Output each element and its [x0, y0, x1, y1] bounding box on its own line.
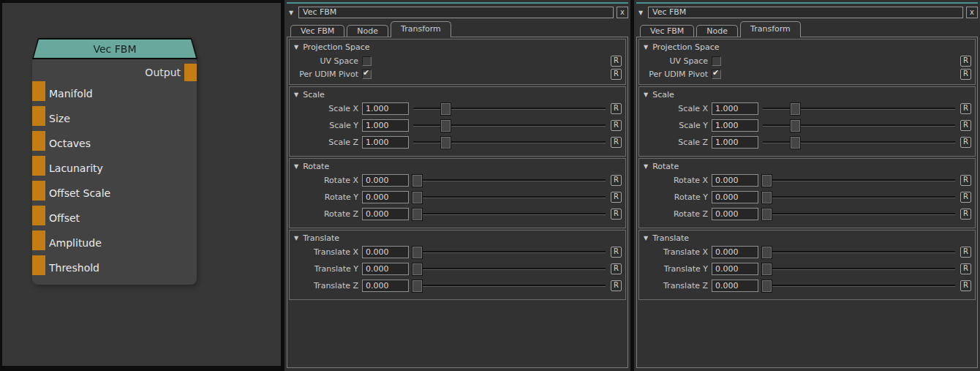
slider-thumb[interactable]	[762, 280, 772, 292]
per-udim-pivot-checkbox[interactable]: ✔	[712, 70, 721, 79]
reset-button[interactable]: R	[611, 192, 622, 203]
slider-thumb[interactable]	[791, 137, 800, 149]
reset-button[interactable]: R	[960, 69, 971, 80]
slider-thumb[interactable]	[441, 103, 451, 115]
reset-button[interactable]: R	[611, 56, 622, 67]
panel-title[interactable]: Vec FBM	[648, 7, 963, 18]
translate-z-slider[interactable]	[412, 280, 606, 292]
slider-thumb[interactable]	[412, 175, 422, 187]
scale-z-input[interactable]: 1.000	[362, 136, 409, 149]
input-port-offset-scale[interactable]	[32, 181, 45, 201]
translate-x-input[interactable]: 0.000	[362, 246, 409, 258]
section-header[interactable]: ▼ Rotate	[291, 161, 624, 171]
slider-thumb[interactable]	[762, 209, 772, 220]
slider-track[interactable]	[763, 196, 955, 198]
slider-thumb[interactable]	[762, 247, 772, 258]
input-port-manifold[interactable]	[32, 81, 45, 101]
rotate-x-input[interactable]: 0.000	[362, 174, 409, 187]
input-port-threshold[interactable]	[32, 255, 45, 275]
close-button[interactable]: x	[617, 7, 628, 18]
section-collapse-icon[interactable]: ▼	[644, 44, 648, 50]
translate-x-input[interactable]: 0.000	[712, 246, 758, 258]
section-collapse-icon[interactable]: ▼	[644, 235, 648, 241]
section-collapse-icon[interactable]: ▼	[644, 163, 648, 170]
slider-track[interactable]	[763, 285, 955, 287]
slider-track[interactable]	[413, 213, 606, 215]
slider-thumb[interactable]	[441, 137, 451, 149]
rotate-x-slider[interactable]	[762, 174, 956, 187]
scale-x-input[interactable]: 1.000	[362, 102, 409, 115]
node-graph-canvas[interactable]: Vec FBM Output Manifold Size Octaves Lac…	[0, 0, 282, 371]
reset-button[interactable]: R	[960, 137, 971, 148]
slider-track[interactable]	[413, 285, 606, 287]
slider-thumb[interactable]	[441, 120, 451, 132]
rotate-y-input[interactable]: 0.000	[712, 191, 758, 203]
input-port-size[interactable]	[32, 106, 45, 126]
reset-button[interactable]: R	[611, 247, 622, 258]
rotate-y-slider[interactable]	[412, 191, 606, 203]
tab-node[interactable]: Node	[347, 25, 388, 37]
slider-track[interactable]	[763, 213, 955, 215]
slider-thumb[interactable]	[791, 103, 800, 115]
reset-button[interactable]: R	[960, 263, 971, 274]
slider-thumb[interactable]	[762, 192, 772, 203]
section-header[interactable]: ▼ Projection Space	[641, 42, 973, 52]
section-collapse-icon[interactable]: ▼	[294, 44, 298, 50]
slider-track[interactable]	[763, 268, 955, 270]
uv-space-checkbox[interactable]: ✔	[362, 56, 372, 66]
reset-button[interactable]: R	[611, 263, 622, 274]
reset-button[interactable]: R	[611, 137, 622, 148]
scale-z-input[interactable]: 1.000	[712, 136, 758, 149]
slider-thumb[interactable]	[412, 209, 422, 220]
translate-z-input[interactable]: 0.000	[362, 280, 409, 292]
tab-transform[interactable]: Transform	[740, 21, 801, 37]
section-collapse-icon[interactable]: ▼	[294, 91, 298, 98]
scale-x-input[interactable]: 1.000	[712, 102, 758, 115]
node-header[interactable]: Vec FBM	[32, 38, 197, 59]
slider-thumb[interactable]	[762, 175, 772, 187]
slider-track[interactable]	[413, 251, 606, 253]
reset-button[interactable]: R	[960, 192, 971, 203]
reset-button[interactable]: R	[960, 120, 971, 131]
scale-z-slider[interactable]	[762, 136, 956, 149]
rotate-z-input[interactable]: 0.000	[362, 208, 409, 220]
section-collapse-icon[interactable]: ▼	[294, 163, 298, 170]
output-port[interactable]	[184, 64, 197, 81]
scale-y-slider[interactable]	[762, 119, 956, 132]
rotate-y-slider[interactable]	[762, 191, 956, 203]
panel-title[interactable]: Vec FBM	[298, 7, 614, 18]
slider-track[interactable]	[413, 268, 606, 270]
slider-thumb[interactable]	[791, 120, 800, 132]
tab-node[interactable]: Node	[696, 25, 738, 37]
slider-thumb[interactable]	[412, 247, 422, 258]
translate-x-slider[interactable]	[412, 246, 606, 258]
slider-thumb[interactable]	[762, 263, 772, 275]
reset-button[interactable]: R	[611, 120, 622, 131]
scale-z-slider[interactable]	[412, 136, 606, 149]
reset-button[interactable]: R	[960, 103, 971, 114]
scale-y-slider[interactable]	[412, 119, 606, 132]
reset-button[interactable]: R	[960, 247, 971, 258]
reset-button[interactable]: R	[960, 209, 971, 220]
translate-y-slider[interactable]	[762, 263, 956, 275]
collapse-arrow-icon[interactable]: ▼	[287, 10, 295, 16]
scale-x-slider[interactable]	[412, 102, 606, 115]
input-port-amplitude[interactable]	[32, 231, 45, 250]
reset-button[interactable]: R	[611, 209, 622, 220]
reset-button[interactable]: R	[611, 69, 622, 80]
vec-fbm-node[interactable]: Vec FBM Output Manifold Size Octaves Lac…	[32, 38, 197, 285]
collapse-arrow-icon[interactable]: ▼	[636, 10, 645, 16]
reset-button[interactable]: R	[611, 175, 622, 186]
slider-track[interactable]	[763, 251, 955, 253]
translate-y-input[interactable]: 0.000	[362, 263, 409, 275]
reset-button[interactable]: R	[960, 175, 971, 186]
section-header[interactable]: ▼ Projection Space	[291, 42, 624, 52]
scale-y-input[interactable]: 1.000	[712, 119, 758, 132]
section-header[interactable]: ▼ Scale	[641, 89, 973, 100]
slider-thumb[interactable]	[412, 280, 422, 292]
tab-transform[interactable]: Transform	[391, 21, 451, 37]
rotate-x-input[interactable]: 0.000	[712, 174, 758, 187]
section-header[interactable]: ▼ Translate	[291, 233, 624, 243]
translate-y-input[interactable]: 0.000	[712, 263, 758, 275]
translate-z-input[interactable]: 0.000	[712, 280, 758, 292]
